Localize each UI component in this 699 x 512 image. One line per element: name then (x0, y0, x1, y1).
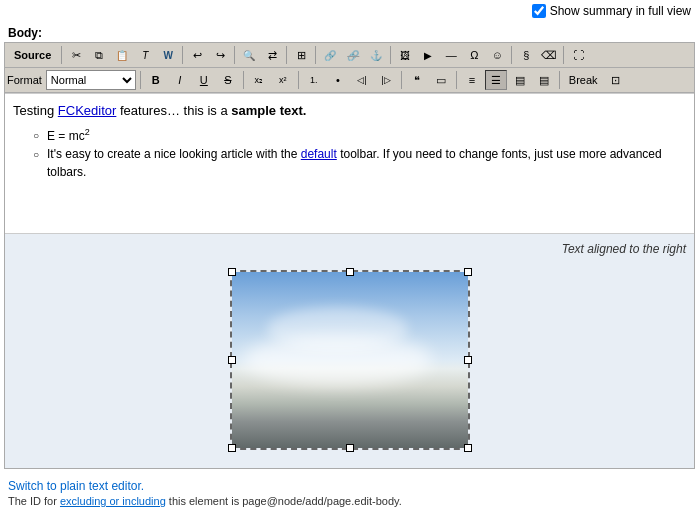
maximize-button[interactable]: ⛶ (567, 45, 589, 65)
link-button[interactable]: 🔗 (319, 45, 341, 65)
smiley-button[interactable]: ☺ (486, 45, 508, 65)
maximize-icon: ⛶ (573, 49, 584, 61)
break-label: Break (569, 74, 598, 86)
handle-top-left[interactable] (228, 268, 236, 276)
redo-button[interactable]: ↪ (209, 45, 231, 65)
editor-content[interactable]: Testing FCKeditor features… this is a sa… (5, 93, 694, 233)
rule-icon: ― (446, 49, 457, 61)
fckeditor-link[interactable]: FCKeditor (58, 103, 117, 118)
show-summary-label[interactable]: Show summary in full view (532, 4, 691, 18)
outdent-icon: ◁| (357, 75, 366, 85)
strikethrough-button[interactable]: S (217, 70, 239, 90)
header-row: Show summary in full view (0, 0, 699, 22)
find-icon: 🔍 (243, 50, 255, 61)
align-left-button[interactable]: ≡ (461, 70, 483, 90)
handle-right-mid[interactable] (464, 356, 472, 364)
flash-icon: ▶ (424, 50, 432, 61)
align-right-button[interactable]: ▤ (509, 70, 531, 90)
redo-icon: ↪ (216, 49, 225, 62)
toolbar-row-1: Source ✂ ⧉ 📋 T W ↩ ↪ 🔍 ⇄ ⊞ 🔗 🔗 ⚓ 🖼 ▶ ― Ω… (5, 43, 694, 68)
find-button[interactable]: 🔍 (238, 45, 260, 65)
flash-button[interactable]: ▶ (417, 45, 439, 65)
switch-to-plain-text: Switch to plain text editor. (8, 479, 691, 493)
cloud-2 (267, 307, 409, 351)
image-area: Text aligned to the right (5, 233, 694, 468)
exclude-include-link[interactable]: excluding or including (60, 495, 166, 507)
handle-bottom-mid[interactable] (346, 444, 354, 452)
showblocks-button[interactable]: ⊡ (605, 70, 627, 90)
smiley-icon: ☺ (492, 49, 503, 61)
italic-button[interactable]: I (169, 70, 191, 90)
handle-bottom-right[interactable] (464, 444, 472, 452)
handle-bottom-left[interactable] (228, 444, 236, 452)
sep-5 (315, 46, 316, 64)
source-button[interactable]: Source (7, 45, 58, 65)
bold-button[interactable]: B (145, 70, 167, 90)
paste-icon: 📋 (116, 50, 128, 61)
toolbar-row-2: Format Normal Heading 1 Heading 2 Headin… (5, 68, 694, 93)
default-link[interactable]: default (301, 147, 337, 161)
sky-image (232, 272, 468, 448)
paste-word-icon: W (164, 50, 173, 61)
special-button[interactable]: Ω (463, 45, 485, 65)
copy-button[interactable]: ⧉ (88, 45, 110, 65)
element-id-line: The ID for excluding or including this e… (8, 495, 691, 507)
paste-word-button[interactable]: W (157, 45, 179, 65)
align-center-button[interactable]: ☰ (485, 70, 507, 90)
handle-top-right[interactable] (464, 268, 472, 276)
handle-top-mid[interactable] (346, 268, 354, 276)
image-button[interactable]: 🖼 (394, 45, 416, 65)
selected-image[interactable] (230, 270, 470, 450)
show-summary-checkbox[interactable] (532, 4, 546, 18)
undo-button[interactable]: ↩ (186, 45, 208, 65)
unlink-button[interactable]: 🔗 (342, 45, 364, 65)
superscript-button[interactable]: x² (272, 70, 294, 90)
subscript-button[interactable]: x₂ (248, 70, 270, 90)
sep-f3 (298, 71, 299, 89)
outdent-button[interactable]: ◁| (351, 70, 373, 90)
anchor-button[interactable]: ⚓ (365, 45, 387, 65)
table-button[interactable]: ⊞ (290, 45, 312, 65)
anchor-icon: ⚓ (370, 50, 382, 61)
replace-icon: ⇄ (268, 49, 277, 62)
list-item-1: E = mc2 (33, 126, 686, 145)
style-button[interactable]: § (515, 45, 537, 65)
align-justify-button[interactable]: ▤ (533, 70, 555, 90)
sep-f4 (401, 71, 402, 89)
paste-text-button[interactable]: T (134, 45, 156, 65)
sep-f6 (559, 71, 560, 89)
div-button[interactable]: ▭ (430, 70, 452, 90)
sep-f5 (456, 71, 457, 89)
editor-container: Source ✂ ⧉ 📋 T W ↩ ↪ 🔍 ⇄ ⊞ 🔗 🔗 ⚓ 🖼 ▶ ― Ω… (4, 42, 695, 469)
paste-text-icon: T (142, 50, 148, 61)
footer-area: Switch to plain text editor. The ID for … (0, 473, 699, 509)
bullet-list: E = mc2 It's easy to create a nice looki… (33, 126, 686, 181)
sep-6 (390, 46, 391, 64)
image-icon: 🖼 (400, 50, 410, 61)
cut-button[interactable]: ✂ (65, 45, 87, 65)
underline-button[interactable]: U (193, 70, 215, 90)
sep-1 (61, 46, 62, 64)
handle-left-mid[interactable] (228, 356, 236, 364)
break-button[interactable]: Break (564, 70, 603, 90)
body-label: Body: (0, 22, 699, 42)
indent-icon: |▷ (381, 75, 390, 85)
removeformat-button[interactable]: ⌫ (538, 45, 560, 65)
ul-button[interactable]: • (327, 70, 349, 90)
paste-button[interactable]: 📋 (111, 45, 133, 65)
rule-button[interactable]: ― (440, 45, 462, 65)
sep-7 (511, 46, 512, 64)
format-select[interactable]: Normal Heading 1 Heading 2 Heading 3 Hea… (46, 70, 136, 90)
blockquote-button[interactable]: ❝ (406, 70, 428, 90)
sep-2 (182, 46, 183, 64)
link-icon: 🔗 (324, 50, 336, 61)
indent-button[interactable]: |▷ (375, 70, 397, 90)
switch-link[interactable]: Switch to plain text editor. (8, 479, 144, 493)
special-icon: Ω (470, 49, 478, 61)
unlink-icon: 🔗 (347, 50, 359, 61)
ol-button[interactable]: 1. (303, 70, 325, 90)
line1-bold: sample text. (231, 103, 306, 118)
div-icon: ▭ (436, 74, 446, 87)
blockquote-icon: ❝ (414, 74, 420, 87)
replace-button[interactable]: ⇄ (261, 45, 283, 65)
